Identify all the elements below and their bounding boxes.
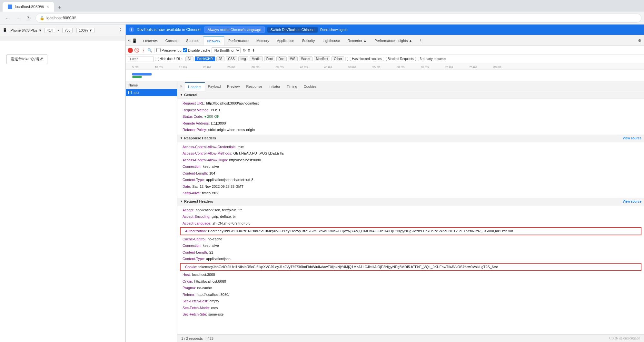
lock-icon: 🔒 <box>40 16 45 20</box>
dont-show-btn[interactable]: Don't show again <box>320 28 347 32</box>
req-header-cache-control: Cache-Control: no-cache <box>177 236 644 243</box>
throttling-select[interactable]: No throttling <box>212 47 241 53</box>
third-party-check[interactable]: 3rd-party requests <box>415 57 446 61</box>
filter-tag-media[interactable]: Media <box>250 56 263 61</box>
status-code: 200 <box>207 114 213 119</box>
more-tabs-btn[interactable]: ⋮ <box>416 36 425 45</box>
request-url-value: http://localhost:3000/api/login/test <box>206 101 259 106</box>
filter-tag-other[interactable]: Other <box>332 56 344 61</box>
filter-tag-all[interactable]: All <box>185 56 193 61</box>
tab-application[interactable]: Application <box>273 36 298 45</box>
req-header-authorization: Authorization: Bearer eyJhbGciOiJIUzI1Ni… <box>180 227 641 235</box>
request-headers-arrow: ▼ <box>180 200 183 203</box>
new-tab-btn[interactable]: + <box>55 3 64 12</box>
tab-memory[interactable]: Memory <box>253 36 273 45</box>
referrer-policy-row: Referrer Policy: strict-origin-when-cros… <box>177 126 644 133</box>
view-source-response[interactable]: View source <box>623 136 641 140</box>
filter-tag-wasm[interactable]: Wasm <box>299 56 312 61</box>
filter-tag-js[interactable]: JS <box>216 56 225 61</box>
size-info: 423 <box>208 337 213 340</box>
detail-tab-preview[interactable]: Preview <box>224 82 243 91</box>
browser-toolbar: ← → ↻ 🔒 localhost:8080/#/ <box>0 12 644 25</box>
req-header-connection: Connection: keep-alive <box>177 242 644 249</box>
tab-performance-insights[interactable]: Performance insights ▲ <box>371 36 416 45</box>
resp-header-5: Content-Type: application/json; charset=… <box>177 176 644 183</box>
tab-recorder[interactable]: Recorder ▲ <box>344 36 371 45</box>
export-icon[interactable]: ⬇ <box>252 48 255 53</box>
resp-header-7: Keep-Alive: timeout=5 <box>177 190 644 196</box>
tab-lighthouse[interactable]: Lighthouse <box>319 36 344 45</box>
request-headers-content: Accept: application/json, text/plain, */… <box>177 206 644 319</box>
devtools-tab-icons[interactable]: ↖ 📱 <box>126 36 139 45</box>
zoom-select[interactable]: 100% ▼ <box>76 28 94 33</box>
detail-tab-initiator[interactable]: Initiator <box>265 82 283 91</box>
detail-tab-payload[interactable]: Payload <box>205 82 224 91</box>
filter-tag-fetchxhr[interactable]: Fetch/XHR <box>195 56 215 61</box>
detail-tab-close[interactable]: × <box>177 82 185 91</box>
device-toggle-icon[interactable]: 📱 <box>132 38 137 43</box>
filter-input[interactable] <box>128 56 154 62</box>
request-headers-header[interactable]: ▼ Request Headers View source <box>177 198 644 206</box>
req-header-accept-encoding: Accept-Encoding: gzip, deflate, br <box>177 213 644 220</box>
switch-chinese-btn[interactable]: Switch DevTools to Chinese <box>267 27 318 33</box>
filter-tag-manifest[interactable]: Manifest <box>314 56 331 61</box>
settings-icon[interactable]: ⚙ <box>635 36 644 45</box>
browser-tab[interactable]: localhost:8080/#/ × <box>3 2 54 12</box>
cursor-icon[interactable]: ↖ <box>128 38 131 43</box>
preserve-log-input[interactable] <box>156 48 161 52</box>
network-settings-icon[interactable]: ⚙ <box>243 48 246 53</box>
filter-icon[interactable]: ⋮ <box>141 48 146 53</box>
divider: | <box>205 337 206 340</box>
filter-tag-ws[interactable]: WS <box>288 56 298 61</box>
req-header-content-type: Content-Type: application/json <box>177 256 644 262</box>
disable-cache-checkbox[interactable]: Disable cache <box>183 48 210 52</box>
device-name[interactable]: iPhone 6/7/8 Plus ▼ <box>10 28 42 32</box>
response-arrow: ▼ <box>180 136 183 140</box>
method-label: Request Method: <box>183 107 210 113</box>
send-token-button[interactable]: 发送带token的请求 <box>6 54 47 64</box>
notification-text: DevTools is now available in Chinese! <box>137 27 202 32</box>
url-text: localhost:8080/#/ <box>46 16 76 20</box>
forward-button[interactable]: → <box>14 14 23 23</box>
response-headers-header[interactable]: ▼ Response Headers View source <box>177 135 644 142</box>
tab-console[interactable]: Console <box>162 36 182 45</box>
request-item-test[interactable]: test <box>126 89 177 96</box>
search-icon[interactable]: 🔍 <box>147 48 152 53</box>
tab-close[interactable]: × <box>47 5 49 9</box>
detail-tab-response[interactable]: Response <box>243 82 265 91</box>
remote-label: Remote Address: <box>183 121 210 126</box>
import-icon[interactable]: ⬆ <box>247 48 251 53</box>
preserve-log-checkbox[interactable]: Preserve log <box>156 48 182 52</box>
device-icon: 📱 <box>3 28 7 32</box>
clear-icon[interactable]: 🚫 <box>134 48 139 53</box>
more-icon[interactable]: ⋮ <box>118 27 123 33</box>
filter-tag-doc[interactable]: Doc <box>276 56 287 61</box>
tab-performance[interactable]: Performance <box>224 36 253 45</box>
always-match-btn[interactable]: Always match Chrome's language <box>204 26 265 33</box>
view-source-request[interactable]: View source <box>623 200 641 203</box>
general-section-header[interactable]: ▼ General <box>177 91 644 99</box>
detail-tab-headers[interactable]: Headers <box>185 82 205 91</box>
address-bar[interactable]: 🔒 localhost:8080/#/ <box>35 14 641 23</box>
filter-tag-font[interactable]: Font <box>264 56 275 61</box>
disable-cache-input[interactable] <box>183 48 187 52</box>
request-checkbox[interactable] <box>128 91 132 94</box>
filter-tag-css[interactable]: CSS <box>226 56 237 61</box>
request-detail-area: Name test × Headers Payload Preview Resp… <box>126 81 644 342</box>
filter-tag-img[interactable]: Img <box>238 56 248 61</box>
hide-data-urls-check[interactable]: Hide data URLs <box>155 57 183 61</box>
status-bar: 1 / 2 requests | 423 CSDN @longlongago <box>177 334 644 342</box>
detail-tab-cookies[interactable]: Cookies <box>301 82 320 91</box>
detail-tab-timing[interactable]: Timing <box>283 82 301 91</box>
status-text: OK <box>214 114 220 119</box>
tab-sources[interactable]: Sources <box>182 36 203 45</box>
record-icon[interactable] <box>128 48 133 53</box>
tab-elements[interactable]: Elements <box>139 36 162 45</box>
has-blocked-check[interactable]: Has blocked cookies <box>347 57 381 61</box>
headers-content: ▼ General Request URL: http://localhost:… <box>177 91 644 334</box>
tab-network[interactable]: Network <box>203 36 224 45</box>
back-button[interactable]: ← <box>3 14 12 23</box>
reload-button[interactable]: ↻ <box>25 14 34 23</box>
blocked-requests-check[interactable]: Blocked Requests <box>383 57 414 61</box>
tab-security[interactable]: Security <box>298 36 319 45</box>
